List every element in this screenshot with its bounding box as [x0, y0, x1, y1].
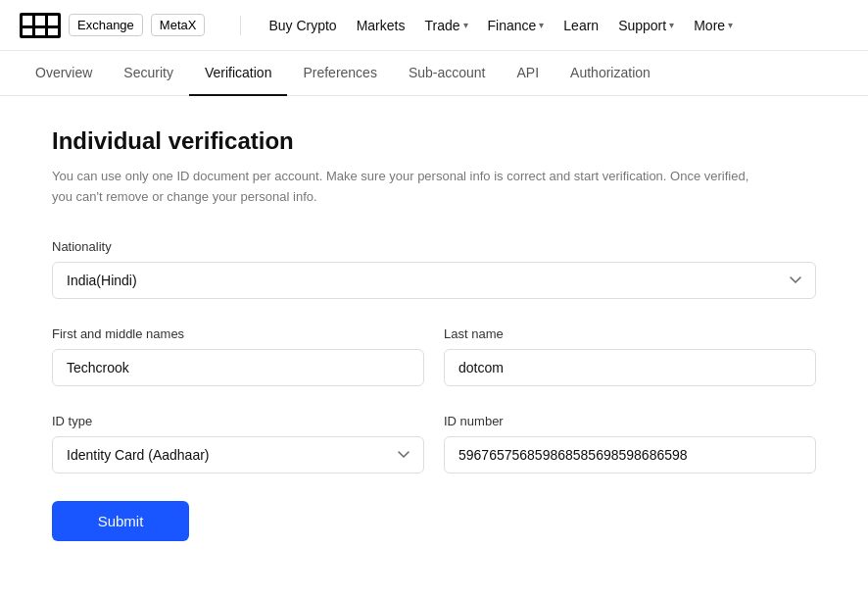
last-name-label: Last name	[444, 326, 816, 341]
svg-rect-3	[23, 28, 32, 35]
svg-rect-2	[48, 16, 58, 25]
last-name-input[interactable]	[444, 349, 816, 386]
nav-learn[interactable]: Learn	[563, 18, 599, 33]
subnav-preferences[interactable]: Preferences	[287, 51, 392, 96]
nav-divider	[240, 16, 241, 35]
subnav-verification[interactable]: Verification	[189, 51, 287, 96]
page-title: Individual verification	[52, 127, 816, 155]
nav-trade[interactable]: Trade ▾	[424, 18, 467, 33]
nav-items: Buy Crypto Markets Trade ▾ Finance ▾ Lea…	[268, 18, 848, 33]
main-content: Individual verification You can use only…	[32, 127, 836, 541]
submit-button[interactable]: Submit	[52, 501, 189, 541]
nationality-section: Nationality India(Hindi)	[52, 239, 816, 299]
subnav-api[interactable]: API	[502, 51, 555, 96]
page-description: You can use only one ID document per acc…	[52, 167, 757, 208]
subnav-security[interactable]: Security	[108, 51, 189, 96]
id-number-input[interactable]	[444, 436, 816, 474]
top-navigation: Exchange MetaX Buy Crypto Markets Trade …	[0, 0, 868, 51]
sub-navigation: Overview Security Verification Preferenc…	[0, 51, 868, 96]
svg-rect-1	[35, 16, 45, 25]
first-name-label: First and middle names	[52, 326, 424, 341]
finance-chevron-icon: ▾	[539, 20, 544, 30]
id-number-section: ID number	[444, 414, 816, 474]
nav-markets[interactable]: Markets	[357, 18, 406, 33]
subnav-sub-account[interactable]: Sub-account	[393, 51, 502, 96]
exchange-button[interactable]: Exchange	[69, 14, 143, 36]
id-type-select[interactable]: Identity Card (Aadhaar)	[52, 436, 424, 474]
svg-rect-4	[35, 28, 45, 35]
nav-more[interactable]: More ▾	[694, 18, 733, 33]
id-number-label: ID number	[444, 414, 816, 428]
more-chevron-icon: ▾	[728, 20, 733, 30]
subnav-overview[interactable]: Overview	[20, 51, 108, 96]
nav-support[interactable]: Support ▾	[618, 18, 674, 33]
metax-button[interactable]: MetaX	[151, 14, 206, 36]
nationality-label: Nationality	[52, 239, 816, 254]
id-type-label: ID type	[52, 414, 424, 428]
nationality-select[interactable]: India(Hindi)	[52, 262, 816, 299]
first-name-input[interactable]	[52, 349, 424, 386]
first-name-section: First and middle names	[52, 326, 424, 386]
okx-logo[interactable]	[20, 13, 61, 38]
name-row: First and middle names Last name	[52, 326, 816, 386]
svg-rect-5	[48, 28, 58, 35]
logo-area: Exchange MetaX	[20, 13, 205, 38]
support-chevron-icon: ▾	[669, 20, 674, 30]
last-name-section: Last name	[444, 326, 816, 386]
nav-finance[interactable]: Finance ▾	[488, 18, 545, 33]
nav-buy-crypto[interactable]: Buy Crypto	[268, 18, 336, 33]
trade-chevron-icon: ▾	[463, 20, 468, 30]
svg-rect-0	[23, 16, 32, 25]
id-row: ID type Identity Card (Aadhaar) ID numbe…	[52, 414, 816, 474]
id-type-section: ID type Identity Card (Aadhaar)	[52, 414, 424, 474]
subnav-authorization[interactable]: Authorization	[555, 51, 666, 96]
submit-section: Submit	[52, 501, 816, 541]
